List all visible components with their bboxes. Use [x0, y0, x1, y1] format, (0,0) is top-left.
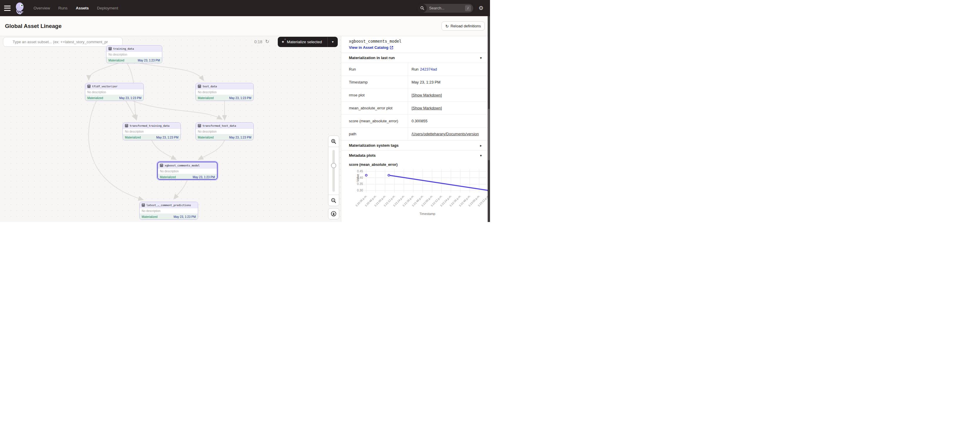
asset-name: latest_…_comment_predictions [146, 204, 191, 207]
selected-asset-title: xgboost_comments_model [349, 39, 488, 43]
materialize-label: Materialize selected [287, 40, 322, 44]
last-run-table: Run Run242374ad Timestamp May 23, 1:23 P… [341, 63, 488, 140]
asset-node-latest-comment-predictions[interactable]: latest_…_comment_predictions No descript… [139, 202, 198, 220]
asset-status: Materialized [142, 215, 158, 218]
asset-description: No description [158, 169, 217, 174]
table-icon [125, 124, 128, 127]
asset-status: Materialized [198, 136, 214, 139]
zoom-slider-track[interactable] [332, 150, 335, 192]
metric-chart: Value 0.45 0.40 0.35 0.30 1:20:36 p.m.1:… [341, 167, 488, 222]
asset-name: transformed_test_data [202, 124, 236, 127]
table-row-rmse-plot: rmse plot [Show Markdown] [341, 89, 488, 102]
graph-refresh-icon[interactable]: ↻ [265, 38, 269, 45]
asset-status: Materialized [108, 59, 124, 62]
asset-node-transformed-test-data[interactable]: transformed_test_data No description Mat… [196, 123, 254, 140]
nav-item-deployment[interactable]: Deployment [97, 6, 118, 10]
table-row-run: Run Run242374ad [341, 63, 488, 76]
reload-icon: ↻ [445, 24, 449, 28]
asset-status: Materialized [125, 136, 141, 139]
asset-description: No description [107, 52, 162, 57]
asset-lineage-graph[interactable]: 0:18 ↻ ✦✧ Materialize selected ▾ trainin… [0, 36, 341, 222]
asset-subset-input[interactable] [3, 37, 123, 47]
table-row-timestamp: Timestamp May 23, 1:23 PM [341, 76, 488, 89]
asset-status: Materialized [160, 175, 176, 179]
page-header: Global Asset Lineage ↻ Reload definition… [0, 16, 490, 36]
row-label: rmse plot [341, 89, 408, 102]
asset-details-panel: xgboost_comments_model View in Asset Cat… [341, 36, 488, 222]
asset-timestamp: May 23, 1:23 PM [192, 175, 215, 179]
materialize-selected-button[interactable]: ✦✧ Materialize selected ▾ [278, 37, 338, 47]
dagster-logo[interactable] [14, 2, 26, 15]
run-id-link[interactable]: 242374ad [420, 67, 437, 72]
search-input[interactable] [429, 6, 461, 10]
asset-description: No description [123, 129, 180, 134]
reload-definitions-button[interactable]: ↻ Reload definitions [442, 21, 485, 30]
section-title: Materialization system tags [349, 143, 399, 148]
table-row-score: score (mean_absolute_error) 0.300855 [341, 115, 488, 127]
row-label: Run [341, 63, 408, 76]
path-link[interactable]: /Users/odetteharary/Documents/version [412, 132, 479, 136]
chevron-down-icon[interactable]: ▾ [480, 153, 482, 158]
show-markdown-link[interactable]: [Show Markdown] [412, 106, 442, 110]
materialize-dropdown-caret[interactable]: ▾ [328, 40, 338, 44]
asset-description: No description [85, 89, 143, 95]
section-materialization-system-tags[interactable]: Materialization system tags ▸ [341, 140, 488, 150]
section-title: Metadata plots [349, 153, 375, 158]
asset-timestamp: May 23, 1:23 PM [156, 136, 178, 139]
top-nav: Overview Runs Assets Deployment / ⚙ [0, 0, 490, 16]
asset-timestamp: May 23, 1:23 PM [173, 215, 196, 218]
asset-timestamp: May 23, 1:23 PM [119, 96, 142, 100]
asset-node-test-data[interactable]: test_data No description MaterializedMay… [196, 83, 254, 101]
section-materialization-last-run[interactable]: Materialization in last run ▾ [341, 53, 488, 63]
zoom-out-button[interactable] [328, 195, 339, 206]
asset-name: transformed_training_data [130, 124, 170, 127]
sparkle-icon: ✦✧ [281, 40, 285, 44]
zoom-in-button[interactable] [328, 136, 339, 147]
zoom-slider[interactable] [328, 147, 339, 195]
asset-node-tfidf-vectorizer[interactable]: tfidf_vectorizer No description Material… [85, 83, 144, 101]
hamburger-menu-icon[interactable] [4, 6, 11, 11]
asset-description: No description [196, 129, 253, 134]
settings-gear-icon[interactable]: ⚙ [479, 5, 484, 11]
section-metadata-plots[interactable]: Metadata plots ▾ [341, 150, 488, 160]
show-markdown-link[interactable]: [Show Markdown] [412, 93, 442, 97]
run-prefix: Run [412, 67, 418, 72]
table-icon [160, 164, 163, 167]
global-search[interactable]: / [418, 4, 473, 13]
nav-item-assets[interactable]: Assets [76, 6, 89, 10]
nav-item-runs[interactable]: Runs [58, 6, 68, 10]
asset-name: training_data [113, 47, 134, 50]
content: 0:18 ↻ ✦✧ Materialize selected ▾ trainin… [0, 36, 490, 222]
table-icon [198, 85, 201, 88]
dagster-app: Overview Runs Assets Deployment / ⚙ Glob… [0, 0, 490, 222]
download-icon [331, 211, 337, 217]
asset-timestamp: May 23, 1:23 PM [138, 59, 160, 62]
catalog-link-label: View in Asset Catalog [349, 45, 388, 50]
chevron-right-icon[interactable]: ▸ [480, 143, 482, 148]
asset-status: Materialized [87, 96, 103, 100]
row-label: mean_absolute_error plot [341, 102, 408, 115]
scrollbar-thumb[interactable] [488, 109, 490, 160]
asset-node-xgboost-comments-model[interactable]: xgboost_comments_model No description Ma… [157, 162, 218, 180]
page-title: Global Asset Lineage [5, 23, 62, 29]
graph-zoom-controls [328, 135, 339, 206]
table-icon [87, 85, 91, 88]
table-icon [108, 47, 112, 50]
chevron-down-icon[interactable]: ▾ [480, 56, 482, 60]
row-label: Timestamp [341, 76, 408, 89]
topnav-right: / ⚙ [418, 4, 484, 13]
asset-node-training-data[interactable]: training_data No description Materialize… [106, 45, 162, 63]
download-graph-button[interactable] [328, 208, 339, 220]
asset-node-transformed-training-data[interactable]: transformed_training_data No description… [123, 123, 181, 140]
zoom-slider-handle[interactable] [331, 163, 336, 168]
row-label: path [341, 127, 408, 140]
window-scrollbar[interactable] [488, 16, 490, 222]
nav-item-overview[interactable]: Overview [33, 6, 50, 10]
view-in-asset-catalog-link[interactable]: View in Asset Catalog [349, 45, 393, 50]
table-icon [142, 204, 145, 207]
asset-timestamp: May 23, 1:23 PM [229, 96, 251, 100]
zoom-out-icon [331, 198, 336, 203]
asset-description: No description [196, 89, 253, 95]
table-row-mae-plot: mean_absolute_error plot [Show Markdown] [341, 102, 488, 115]
external-link-icon [390, 46, 393, 49]
